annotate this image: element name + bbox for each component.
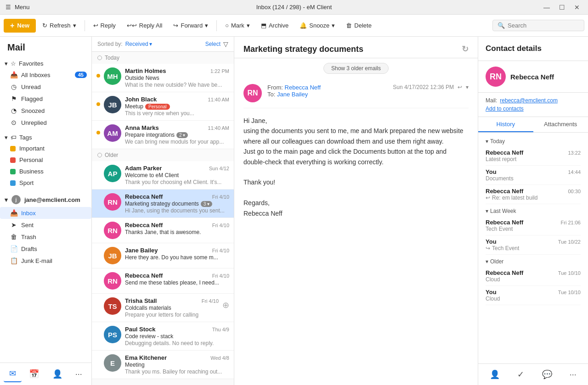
- to-email-link[interactable]: Jane Bailey: [277, 91, 308, 98]
- reply-icon: ↩: [93, 22, 98, 29]
- list-item[interactable]: JB John Black 11:40 AM Meetup Personal T…: [92, 92, 234, 121]
- contact-footer-contacts-button[interactable]: 👤: [487, 367, 503, 382]
- contact-footer-check-button[interactable]: ✓: [514, 367, 527, 382]
- history-item[interactable]: Rebecca Neff 13:22 Latest report: [486, 146, 581, 166]
- list-item[interactable]: RN Rebecca Neff Fri 4/10 Send me these t…: [92, 268, 234, 294]
- list-item[interactable]: TS Trisha Stall Fri 4/10 Coldcalls mater…: [92, 294, 234, 322]
- contacts-nav-button[interactable]: 👤: [47, 366, 68, 382]
- reply-all-button[interactable]: ↩↩ Reply All: [122, 19, 167, 32]
- snooze-button[interactable]: 🔔 Snooze ▾: [295, 19, 339, 32]
- add-icon[interactable]: ⊕: [222, 300, 229, 310]
- sidebar-item-unread[interactable]: ◷ Unread: [0, 81, 91, 93]
- sidebar-item-sent[interactable]: ➤ Sent: [0, 219, 91, 231]
- drafts-label: Drafts: [21, 246, 37, 252]
- sidebar-item-flagged[interactable]: ⚑ Flagged: [0, 93, 91, 105]
- mail-nav-button[interactable]: ✉: [4, 366, 22, 382]
- more-nav-button[interactable]: ···: [70, 367, 88, 382]
- email-content: Rebecca Neff Fri 4/10 Send me these tabl…: [125, 272, 229, 286]
- show-older-emails-container: Show 3 older emails: [243, 63, 469, 74]
- account-header[interactable]: ▾ j jane@emclient.com: [0, 192, 91, 207]
- add-to-contacts-link[interactable]: Add to contacts: [486, 106, 581, 112]
- list-item[interactable]: JB Jane Bailey Fri 4/10 Here they are. D…: [92, 243, 234, 268]
- contact-footer-more-button[interactable]: ···: [567, 367, 579, 382]
- more-meta-icon[interactable]: ▾: [466, 84, 469, 90]
- refresh-button[interactable]: ↻ Refresh ▾: [38, 19, 81, 32]
- history-lastweek-header[interactable]: ▾ Last Week: [486, 208, 581, 214]
- email-subject: Thanks Jane, that is awesome.: [125, 229, 229, 235]
- tags-header[interactable]: ▾ 🏷 Tags: [0, 132, 91, 143]
- maximize-button[interactable]: ☐: [556, 3, 568, 12]
- email-subject: Prepare integrations 2 ▾: [125, 132, 229, 138]
- search-input[interactable]: [508, 22, 577, 29]
- email-sender: Paul Stock: [125, 326, 155, 333]
- history-item[interactable]: Rebecca Neff Fri 21:06 Tech Event: [486, 216, 581, 235]
- sidebar-item-unreplied[interactable]: ⊙ Unreplied: [0, 117, 91, 128]
- email-subject: Here they are. Do you have some m...: [125, 254, 229, 261]
- contact-email-link[interactable]: rebecca@emclient.com: [500, 97, 558, 104]
- from-email-link[interactable]: Rebecca Neff: [285, 84, 321, 91]
- sidebar-item-trash[interactable]: 🗑 Trash: [0, 231, 91, 243]
- unread-dot: [96, 74, 100, 78]
- sidebar-item-all-inboxes[interactable]: 📥 All Inboxes 45: [0, 69, 91, 81]
- sidebar-item-business[interactable]: Business: [0, 166, 91, 177]
- history-item-row: You Tue 10/10: [486, 289, 581, 296]
- avatar: RN: [104, 222, 121, 239]
- email-sender: Trisha Stall: [125, 297, 157, 304]
- flag-icon: ⚑: [10, 95, 17, 102]
- reply-button[interactable]: ↩ Reply: [89, 19, 120, 32]
- sidebar-item-inbox[interactable]: 📥 Inbox: [0, 207, 91, 219]
- sidebar-item-junk[interactable]: 📋 Junk E-mail: [0, 255, 91, 267]
- history-item[interactable]: You Tue 10/22 ↪ Tech Event: [486, 235, 581, 255]
- filter-button[interactable]: ▽: [223, 40, 228, 48]
- forward-icon: ↪: [173, 22, 178, 29]
- read-dot: [96, 228, 100, 232]
- contact-footer-chat-button[interactable]: 💬: [539, 367, 555, 382]
- forward-button[interactable]: ↪ Forward ▾: [169, 19, 213, 32]
- list-item[interactable]: PS Paul Stock Thu 4/9 Code review - stac…: [92, 322, 234, 351]
- sidebar-item-sport[interactable]: Sport: [0, 177, 91, 189]
- list-item[interactable]: E Ema Kitchener Wed 4/8 Meeting Thank yo…: [92, 351, 234, 379]
- favorites-header[interactable]: ▾ ☆ Favorites: [0, 58, 91, 69]
- archive-button[interactable]: ⬒ Archive: [256, 19, 293, 32]
- email-time: Thu 4/9: [212, 327, 229, 332]
- history-item[interactable]: You Tue 10/10 Cloud: [486, 286, 581, 305]
- close-button[interactable]: ✕: [571, 3, 582, 12]
- sorted-value[interactable]: Received ▾: [125, 41, 152, 47]
- menu-label: Menu: [15, 4, 30, 11]
- sent-icon: ➤: [10, 221, 17, 229]
- search-box[interactable]: 🔍: [492, 20, 584, 31]
- sidebar-item-snoozed[interactable]: ◔ Snoozed: [0, 105, 91, 117]
- tab-history[interactable]: History: [478, 117, 533, 132]
- email-time: Fri 4/10: [202, 298, 219, 304]
- new-button[interactable]: + New: [4, 19, 36, 33]
- count-badge: 3 ▾: [201, 201, 212, 207]
- select-button[interactable]: Select: [205, 41, 220, 47]
- sidebar-item-personal[interactable]: Personal: [0, 154, 91, 166]
- history-today-header[interactable]: ▾ Today: [486, 138, 581, 145]
- list-item[interactable]: RN Rebecca Neff Fri 4/10 Marketing strat…: [92, 190, 234, 218]
- mark-button[interactable]: ○ Mark ▾: [220, 19, 254, 32]
- list-item[interactable]: RN Rebecca Neff Fri 4/10 Thanks Jane, th…: [92, 218, 234, 243]
- delete-button[interactable]: 🗑 Delete: [341, 19, 376, 32]
- list-item[interactable]: AM Anna Marks 11:40 AM Prepare integrati…: [92, 121, 234, 149]
- sidebar-footer: ✉ 📅 👤 ···: [0, 363, 91, 385]
- history-item[interactable]: Rebecca Neff 00:30 ↩ Re: em latest build: [486, 185, 581, 204]
- list-item[interactable]: AP Adam Parker Sun 4/12 Welcome to eM Cl…: [92, 161, 234, 190]
- minimize-button[interactable]: —: [541, 3, 553, 12]
- history-item[interactable]: Rebecca Neff Tue 10/10 Cloud: [486, 267, 581, 286]
- chevron-down-icon: ▾: [5, 196, 8, 203]
- refresh-detail-icon[interactable]: ↻: [462, 44, 469, 54]
- history-item-row: You Tue 10/22: [486, 238, 581, 245]
- show-older-emails-button[interactable]: Show 3 older emails: [323, 63, 389, 74]
- sidebar-item-drafts[interactable]: 📄 Drafts: [0, 243, 91, 255]
- email-time: Fri 4/10: [212, 194, 229, 200]
- reply-meta-icon[interactable]: ↩: [458, 84, 462, 90]
- sidebar-item-important[interactable]: Important: [0, 143, 91, 154]
- tab-attachments[interactable]: Attachments: [533, 117, 588, 132]
- menu-button[interactable]: ☰ Menu: [6, 4, 30, 11]
- list-item[interactable]: MH Martin Holmes 1:22 PM Outside News Wh…: [92, 64, 234, 92]
- history-item[interactable]: You 14:44 Documents: [486, 166, 581, 185]
- history-older-header[interactable]: ▾ Older: [486, 258, 581, 265]
- email-subject-heading: Marketing strategy documents: [243, 45, 363, 54]
- calendar-nav-button[interactable]: 📅: [23, 366, 45, 382]
